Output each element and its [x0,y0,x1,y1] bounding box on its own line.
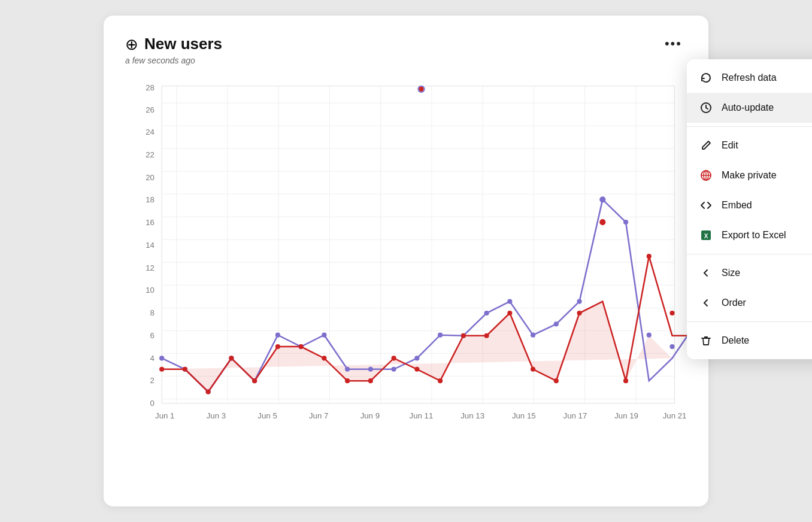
svg-text:Jun 13: Jun 13 [460,411,484,420]
data-point-red [345,378,350,383]
card-title: New users [144,35,222,53]
svg-text:28: 28 [146,83,154,92]
svg-text:16: 16 [146,218,154,227]
line-chart: 0 2 4 6 8 10 12 14 16 18 20 22 24 26 28 … [125,77,687,424]
menu-item-export-excel[interactable]: X Export to Excel [687,220,812,250]
data-point-red [183,367,187,372]
menu-separator-3 [687,321,812,322]
menu-separator-2 [687,254,812,254]
data-point-purple [531,333,535,338]
data-point-purple [554,321,559,326]
menu-label-size: Size [722,268,812,278]
data-point-red [229,356,234,360]
edit-icon [699,138,713,153]
svg-text:12: 12 [146,263,154,272]
menu-label-export-excel: Export to Excel [722,230,812,241]
svg-text:8: 8 [150,308,154,317]
data-point-red [275,344,280,349]
clock-icon [699,101,713,115]
data-point-red [577,311,581,315]
data-point-red [669,311,674,315]
data-point-red [159,367,164,372]
menu-item-edit[interactable]: Edit [687,130,812,160]
svg-text:20: 20 [146,173,154,182]
data-point-purple [507,299,512,304]
data-point-red [392,356,396,360]
data-point-purple [322,333,326,338]
data-point-red [414,367,419,372]
data-point-purple [392,367,396,372]
data-point-red [484,333,489,338]
data-point-purple [438,333,443,338]
svg-text:14: 14 [146,241,154,250]
refresh-icon [699,71,713,85]
data-point-red [322,356,326,360]
menu-label-embed: Embed [722,200,812,211]
data-point-purple [345,367,350,372]
menu-label-refresh: Refresh data [722,72,812,83]
svg-text:26: 26 [146,105,154,114]
svg-text:Jun 19: Jun 19 [614,411,638,420]
data-point-purple [414,356,419,360]
chart-area: 0 2 4 6 8 10 12 14 16 18 20 22 24 26 28 … [125,77,687,424]
more-options-button[interactable]: ••• [660,35,687,53]
chevron-left-order-icon [699,296,713,310]
svg-text:Jun 1: Jun 1 [155,411,174,420]
data-point-purple [647,333,652,338]
context-menu: Refresh data Auto-update [687,59,812,359]
data-point-purple [484,311,489,315]
menu-item-order[interactable]: Order [687,288,812,318]
data-point-red [647,254,652,259]
svg-text:Jun 5: Jun 5 [257,411,277,420]
card-subtitle: a few seconds ago [125,56,222,65]
data-point-red [531,367,535,372]
svg-text:0: 0 [150,399,154,408]
menu-item-refresh[interactable]: Refresh data [687,63,812,93]
data-point-purple [623,220,628,224]
svg-text:2: 2 [150,376,154,385]
svg-text:Jun 15: Jun 15 [512,411,536,420]
svg-text:4: 4 [150,354,154,363]
svg-text:Jun 11: Jun 11 [410,411,434,420]
svg-text:Jun 3: Jun 3 [207,411,226,420]
menu-label-edit: Edit [722,140,812,151]
data-point-purple [368,367,373,372]
menu-item-embed[interactable]: Embed [687,190,812,220]
menu-separator-1 [687,126,812,127]
svg-text:10: 10 [146,286,154,295]
menu-item-delete[interactable]: Delete [687,326,812,356]
svg-text:X: X [704,233,708,239]
data-point-red [252,378,257,383]
menu-label-make-private: Make private [722,170,812,181]
data-point-red [623,378,628,383]
title-row: ⊕ New users [125,35,222,53]
data-point-purple-peak [599,196,605,202]
data-point-red [368,378,373,383]
svg-text:Jun 21: Jun 21 [663,411,687,420]
data-point-red [206,389,211,394]
dashboard-card: ⊕ New users a few seconds ago ••• 0 2 4 … [104,16,708,506]
data-point-red [299,344,304,349]
data-point-red [554,378,559,383]
data-point-purple [159,356,164,360]
trash-icon [699,333,713,348]
globe-red-icon [699,168,713,183]
menu-item-auto-update[interactable]: Auto-update [687,93,812,123]
svg-text:22: 22 [146,150,154,159]
svg-text:Jun 17: Jun 17 [563,411,587,420]
data-point-purple [275,333,280,338]
data-point-red-peak [599,219,605,225]
svg-text:18: 18 [146,195,154,204]
svg-text:Jun 7: Jun 7 [309,411,328,420]
globe-icon: ⊕ [125,37,138,52]
card-header: ⊕ New users a few seconds ago ••• [125,35,687,75]
data-point-purple [669,344,674,349]
excel-icon: X [699,228,713,242]
menu-label-auto-update: Auto-update [722,102,812,113]
chevron-left-size-icon [699,266,713,280]
menu-item-make-private[interactable]: Make private [687,160,812,190]
svg-text:24: 24 [146,128,154,136]
svg-text:Jun 9: Jun 9 [360,411,380,420]
code-icon [699,198,713,213]
menu-item-size[interactable]: Size [687,258,812,288]
